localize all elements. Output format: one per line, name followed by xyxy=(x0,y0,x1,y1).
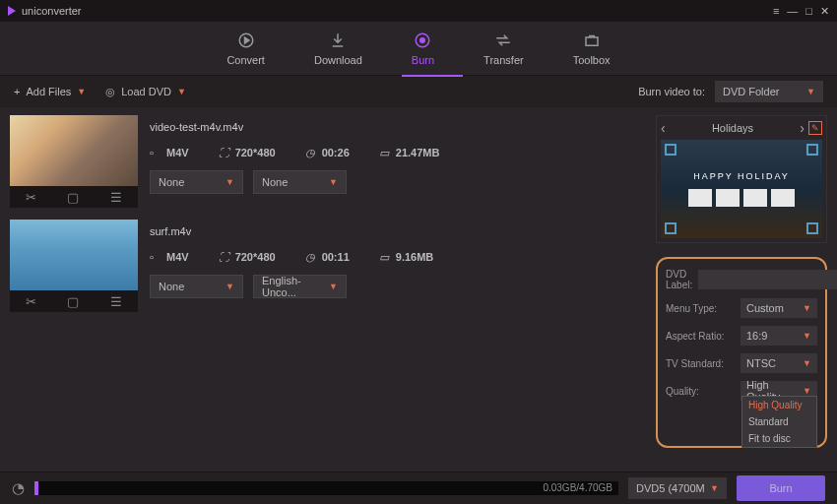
convert-icon xyxy=(236,31,256,50)
window-controls: ≡ — □ ✕ xyxy=(773,5,829,18)
file-item: ✂ ▢ ☰ surf.m4v ▫M4V ⛶720*480 ◷00:11 ▭9.1… xyxy=(10,220,640,312)
quality-option[interactable]: High Quality xyxy=(742,397,816,413)
file-item: ✂ ▢ ☰ video-test-m4v.m4v ▫M4V ⛶720*480 ◷… xyxy=(10,115,640,208)
next-template-button[interactable]: › xyxy=(800,120,805,136)
subtitle-select[interactable]: None▼ xyxy=(253,170,347,194)
template-title: Holidays xyxy=(712,122,753,134)
sub-toolbar: + Add Files ▼ ◎ Load DVD ▼ Burn video to… xyxy=(0,76,837,107)
burn-icon xyxy=(413,31,432,50)
tab-convert[interactable]: Convert xyxy=(226,31,265,66)
chevron-down-icon: ▼ xyxy=(177,87,186,96)
clock-icon[interactable]: ◔ xyxy=(12,479,25,497)
trim-icon[interactable]: ✂ xyxy=(26,294,36,309)
effects-icon[interactable]: ☰ xyxy=(110,190,122,205)
toolbox-icon xyxy=(582,31,602,50)
quality-label: Quality: xyxy=(666,386,735,397)
burn-button[interactable]: Burn xyxy=(737,475,825,501)
crop-icon[interactable]: ▢ xyxy=(67,294,79,309)
effects-icon[interactable]: ☰ xyxy=(110,294,122,309)
load-dvd-button[interactable]: ◎ Load DVD ▼ xyxy=(105,86,186,98)
trim-icon[interactable]: ✂ xyxy=(26,190,36,205)
tab-download[interactable]: Download xyxy=(314,31,362,66)
app-logo-icon xyxy=(8,6,16,16)
tab-burn[interactable]: Burn xyxy=(412,31,434,66)
disc-type-select[interactable]: DVD5 (4700M▼ xyxy=(628,477,727,499)
add-files-button[interactable]: + Add Files ▼ xyxy=(14,86,86,97)
chevron-down-icon: ▼ xyxy=(77,87,86,96)
tv-standard-label: TV Standard: xyxy=(666,358,735,369)
burn-to-label: Burn video to: xyxy=(638,86,705,97)
file-name: surf.m4v xyxy=(150,225,640,237)
quality-option[interactable]: Standard xyxy=(742,413,816,430)
template-preview: ‹ Holidays › ✎ HAPPY HOLIDAY xyxy=(656,115,827,243)
sidebar: ‹ Holidays › ✎ HAPPY HOLIDAY DVD Label: … xyxy=(650,107,837,472)
download-icon xyxy=(328,31,348,50)
template-image[interactable]: HAPPY HOLIDAY xyxy=(661,140,822,238)
menu-type-label: Menu Type: xyxy=(666,303,735,314)
crop-icon[interactable]: ▢ xyxy=(67,190,79,205)
aspect-ratio-select[interactable]: 16:9▼ xyxy=(740,326,817,346)
title-bar: uniconverter ≡ — □ ✕ xyxy=(0,0,837,22)
bottom-bar: ◔ 0.03GB/4.70GB DVD5 (4700M▼ Burn xyxy=(0,472,837,504)
file-list: ✂ ▢ ☰ video-test-m4v.m4v ▫M4V ⛶720*480 ◷… xyxy=(0,107,650,472)
resolution-icon: ⛶ xyxy=(219,147,230,158)
video-thumbnail[interactable] xyxy=(10,220,138,290)
app-title: uniconverter xyxy=(22,5,82,17)
audio-track-select[interactable]: None▼ xyxy=(150,170,243,194)
tab-transfer[interactable]: Transfer xyxy=(483,31,524,66)
tab-toolbox[interactable]: Toolbox xyxy=(573,31,611,66)
tv-standard-select[interactable]: NTSC▼ xyxy=(740,353,817,373)
quality-option[interactable]: Fit to disc xyxy=(742,430,816,447)
size-icon: ▭ xyxy=(379,251,391,263)
capacity-text: 0.03GB/4.70GB xyxy=(543,482,612,493)
main-tabs: Convert Download Burn Transfer Toolbox xyxy=(0,22,837,76)
file-name: video-test-m4v.m4v xyxy=(150,121,640,133)
duration-icon: ◷ xyxy=(305,251,317,263)
aspect-ratio-label: Aspect Ratio: xyxy=(666,331,735,342)
format-icon: ▫ xyxy=(150,147,161,158)
svg-point-2 xyxy=(420,38,425,43)
prev-template-button[interactable]: ‹ xyxy=(661,120,666,136)
dvd-label-label: DVD Label: xyxy=(666,269,692,290)
transfer-icon xyxy=(493,31,513,50)
burn-to-dropdown[interactable]: DVD Folder ▼ xyxy=(715,81,823,102)
subtitle-select[interactable]: English-Unco...▼ xyxy=(253,275,347,298)
duration-icon: ◷ xyxy=(305,147,317,158)
maximize-button[interactable]: □ xyxy=(805,5,812,18)
size-icon: ▭ xyxy=(379,147,391,158)
menu-type-select[interactable]: Custom▼ xyxy=(740,298,817,318)
menu-icon[interactable]: ≡ xyxy=(773,5,779,18)
plus-icon: + xyxy=(14,86,20,97)
svg-rect-3 xyxy=(586,37,598,45)
quality-dropdown-menu: High Quality Standard Fit to disc xyxy=(741,396,817,448)
dvd-label-input[interactable] xyxy=(698,270,837,289)
format-icon: ▫ xyxy=(150,251,161,263)
tab-active-indicator xyxy=(402,75,463,77)
disc-icon: ◎ xyxy=(105,86,115,98)
resolution-icon: ⛶ xyxy=(219,251,230,263)
edit-template-button[interactable]: ✎ xyxy=(808,121,822,135)
audio-track-select[interactable]: None▼ xyxy=(150,275,243,298)
close-button[interactable]: ✕ xyxy=(820,5,829,18)
chevron-down-icon: ▼ xyxy=(806,87,815,96)
minimize-button[interactable]: — xyxy=(787,5,798,18)
video-thumbnail[interactable] xyxy=(10,115,138,186)
dvd-settings-panel: DVD Label: Menu Type: Custom▼ Aspect Rat… xyxy=(656,257,827,448)
capacity-bar: 0.03GB/4.70GB xyxy=(34,481,618,495)
